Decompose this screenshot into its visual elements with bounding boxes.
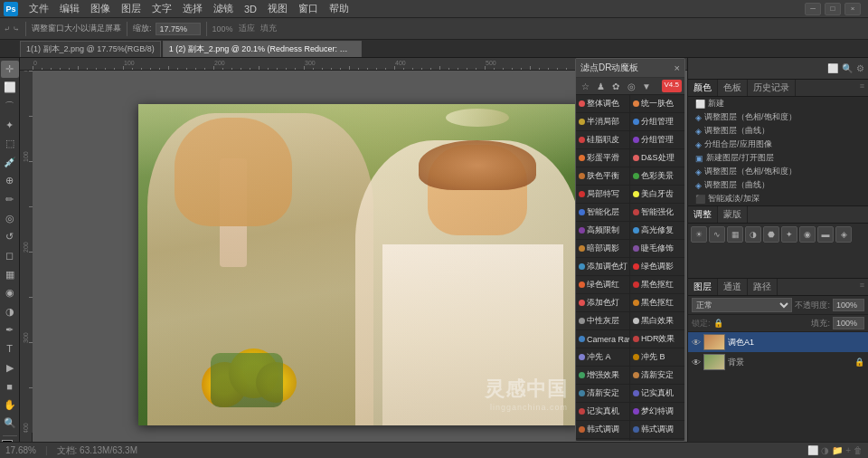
plugin-btn-18[interactable]: 添加调色灯 xyxy=(576,258,630,276)
lasso-tool[interactable]: ⌒ xyxy=(1,98,19,115)
plugin-btn-19[interactable]: 绿色调影 xyxy=(630,258,684,276)
plugin-btn-37[interactable]: 韩式调调 xyxy=(630,421,684,439)
layer-opacity[interactable]: 100% xyxy=(833,299,864,311)
panel-icon-3[interactable]: ⚙ xyxy=(856,63,864,73)
adj-photo-filter[interactable]: ◉ xyxy=(799,226,816,243)
plugin-btn-34[interactable]: 记实真机 xyxy=(576,403,630,421)
hand-tool[interactable]: ✋ xyxy=(1,396,19,414)
plugin-btn-13[interactable]: 智能强化 xyxy=(630,204,684,222)
eraser-tool[interactable]: ◻ xyxy=(1,247,19,264)
panel-icon-1[interactable]: ⬜ xyxy=(827,63,838,73)
plugin-btn-28[interactable]: 冲先 A xyxy=(576,348,630,367)
pen-tool[interactable]: ✒ xyxy=(1,322,19,339)
menu-select[interactable]: 选择 xyxy=(177,0,208,17)
tab-paths[interactable]: 路径 xyxy=(748,279,778,295)
plugin-btn-9[interactable]: 色彩美景 xyxy=(630,167,684,186)
plugin-icon-target[interactable]: ◎ xyxy=(625,80,637,92)
history-item-4[interactable]: ▣新建图层/打开图层 xyxy=(688,151,868,165)
tab-history[interactable]: 历史记录 xyxy=(748,80,796,96)
plugin-btn-1[interactable]: 统一肤色 xyxy=(630,95,684,113)
tab-color[interactable]: 颜色 xyxy=(688,80,718,96)
plugin-btn-15[interactable]: 高光修复 xyxy=(630,222,684,240)
plugin-btn-33[interactable]: 记实真机 xyxy=(630,385,684,403)
plugin-btn-10[interactable]: 局部特写 xyxy=(576,186,630,204)
menu-edit[interactable]: 编辑 xyxy=(54,0,85,17)
tab-layers[interactable]: 图层 xyxy=(688,279,718,295)
plugin-btn-26[interactable]: Camera Raw xyxy=(576,330,630,348)
tab-swatches[interactable]: 色板 xyxy=(718,80,748,96)
tab-1[interactable]: 1(1) 副本_2.png @ 17.75%(RGB/8) xyxy=(20,41,161,57)
bottom-icon-5[interactable]: 🗑 xyxy=(854,445,863,455)
plugin-btn-3[interactable]: 分组管理 xyxy=(630,113,684,131)
lock-icon[interactable]: 🔒 xyxy=(713,319,723,328)
history-item-7[interactable]: ⬛智能减淡/加深 xyxy=(688,192,868,205)
bottom-icon-2[interactable]: ◑ xyxy=(821,445,829,455)
adj-hue-sat[interactable]: ◑ xyxy=(745,226,761,243)
plugin-btn-22[interactable]: 添加色灯 xyxy=(576,294,630,312)
plugin-btn-20[interactable]: 绿色调红 xyxy=(576,276,630,294)
crop-tool[interactable]: ⬚ xyxy=(1,135,19,152)
selection-tool[interactable]: ⬜ xyxy=(1,80,19,97)
plugin-btn-4[interactable]: 硅脂职皮 xyxy=(576,131,630,149)
blur-tool[interactable]: ◉ xyxy=(1,284,19,301)
plugin-btn-39[interactable]: 港工一键 xyxy=(630,439,684,442)
plugin-btn-17[interactable]: 睫毛修饰 xyxy=(630,240,684,258)
zoom-input[interactable]: 17.75% xyxy=(156,23,201,35)
shape-tool[interactable]: ■ xyxy=(1,377,19,395)
quick-select-tool[interactable]: ✦ xyxy=(1,117,19,134)
plugin-btn-0[interactable]: 整体调色 xyxy=(576,95,630,113)
plugin-btn-30[interactable]: 增强效果 xyxy=(576,367,630,385)
panel-icon-2[interactable]: 🔍 xyxy=(842,63,853,73)
menu-3d[interactable]: 3D xyxy=(239,0,262,17)
plugin-icon-person[interactable]: ♟ xyxy=(594,80,607,92)
plugin-btn-36[interactable]: 韩式调调 xyxy=(576,421,630,439)
path-select-tool[interactable]: ▶ xyxy=(1,359,19,377)
history-item-6[interactable]: ◈调整图层（曲线） xyxy=(688,178,868,192)
menu-file[interactable]: 文件 xyxy=(24,0,54,17)
tab-channels[interactable]: 通道 xyxy=(718,279,748,295)
plugin-btn-2[interactable]: 半消局部 xyxy=(576,113,630,131)
dodge-tool[interactable]: ◑ xyxy=(1,303,19,320)
plugin-icon-more[interactable]: ▼ xyxy=(640,80,653,92)
tab-mask[interactable]: 蒙版 xyxy=(718,206,748,223)
plugin-btn-12[interactable]: 智能化层 xyxy=(576,204,630,222)
history-item-0[interactable]: ⬜新建 xyxy=(688,97,868,110)
plugin-btn-16[interactable]: 暗部调影 xyxy=(576,240,630,258)
menu-image[interactable]: 图像 xyxy=(85,0,116,17)
plugin-btn-32[interactable]: 清新安定 xyxy=(576,385,630,403)
plugin-btn-11[interactable]: 美白牙齿 xyxy=(630,186,684,204)
bottom-icon-3[interactable]: 📁 xyxy=(832,445,843,455)
menu-help[interactable]: 帮助 xyxy=(324,0,354,17)
adj-levels[interactable]: ▦ xyxy=(727,226,743,243)
adj-curves[interactable]: ∿ xyxy=(709,226,725,243)
history-item-3[interactable]: ◈分组合层/应用图像 xyxy=(688,138,868,151)
plugin-btn-25[interactable]: 黑白效果 xyxy=(630,312,684,330)
plugin-btn-27[interactable]: HDR效果 xyxy=(630,330,684,348)
bottom-icon-4[interactable]: + xyxy=(845,445,851,455)
minimize-button[interactable]: ─ xyxy=(805,3,821,15)
plugin-btn-38[interactable]: 日系记忆 xyxy=(576,439,630,442)
layer-blend-mode[interactable]: 正常 xyxy=(692,298,792,312)
plugin-btn-24[interactable]: 中性灰层 xyxy=(576,312,630,330)
brush-tool[interactable]: ✏ xyxy=(1,191,19,208)
plugin-btn-31[interactable]: 清新安定 xyxy=(630,367,684,385)
plugin-btn-7[interactable]: D&S处理 xyxy=(630,149,684,167)
layers-panel-menu[interactable]: ≡ xyxy=(856,279,868,295)
history-brush-tool[interactable]: ↺ xyxy=(1,228,19,245)
tab-2[interactable]: 1 (2) 副本_2.png @ 20.1% (Redness Reducer:… xyxy=(163,41,362,57)
layer-fill[interactable]: 100% xyxy=(833,317,864,329)
zoom-tool[interactable]: 🔍 xyxy=(1,415,19,433)
tab-adjustments[interactable]: 调整 xyxy=(688,206,718,223)
menu-view[interactable]: 视图 xyxy=(262,0,293,17)
adj-selective-color[interactable]: ◈ xyxy=(835,226,852,243)
plugin-icon-star[interactable]: ☆ xyxy=(579,80,591,92)
layer-item-0[interactable]: 👁 调色A1 xyxy=(688,332,868,352)
plugin-btn-35[interactable]: 梦幻特调 xyxy=(630,403,684,421)
menu-type[interactable]: 文字 xyxy=(146,0,177,17)
eyedropper-tool[interactable]: 💉 xyxy=(1,154,19,171)
plugin-close[interactable]: × xyxy=(675,62,680,73)
adj-gradient-map[interactable]: ▬ xyxy=(817,226,834,243)
maximize-button[interactable]: □ xyxy=(825,3,841,15)
history-item-5[interactable]: ◈调整图层（色相/饱和度） xyxy=(688,165,868,178)
adj-brightness[interactable]: ☀ xyxy=(691,226,707,243)
